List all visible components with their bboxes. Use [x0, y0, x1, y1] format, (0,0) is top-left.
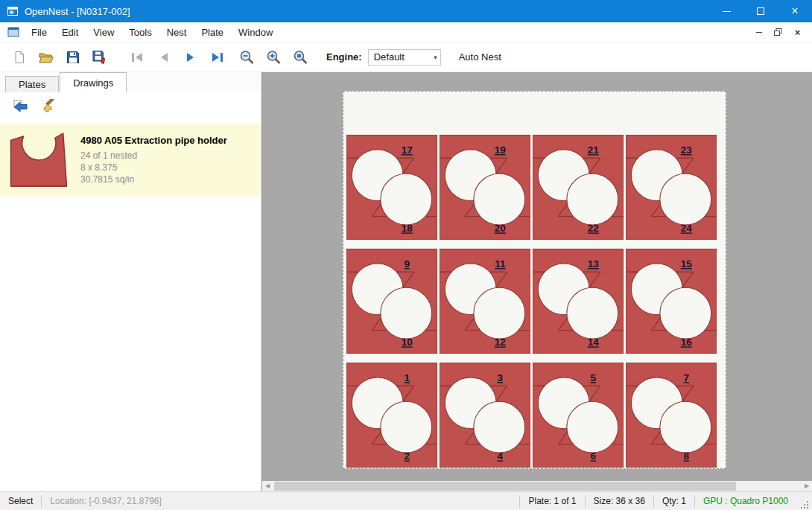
part-notch [567, 287, 618, 339]
menu-nest[interactable]: Nest [159, 23, 194, 42]
chevron-down-icon: ▾ [434, 54, 437, 61]
part-number: 9 [405, 258, 410, 270]
go-first-button[interactable] [124, 45, 150, 69]
clear-button[interactable] [37, 97, 60, 116]
go-last-button[interactable] [204, 45, 231, 69]
go-previous-button[interactable] [150, 45, 177, 69]
part-row: 12345678 [346, 363, 723, 468]
menubar: File Edit View Tools Nest Plate Window × [0, 22, 812, 42]
app-icon [7, 5, 19, 17]
nested-part-pair: 56 [533, 363, 624, 468]
auto-nest-button[interactable]: Auto Nest [454, 48, 506, 66]
nested-part-pair: 1314 [533, 249, 624, 354]
scrollbar-thumb[interactable] [274, 482, 736, 491]
part-notch [474, 287, 525, 339]
save-edit-button[interactable] [86, 45, 113, 69]
go-previous-icon [156, 51, 171, 63]
save-edit-icon [92, 50, 107, 64]
part-notch [474, 401, 525, 453]
part-number: 1 [405, 372, 410, 383]
drawing-title: 4980 A05 Extraction pipe holder [80, 135, 227, 146]
tab-plates[interactable]: Plates [5, 76, 59, 92]
nested-part-pair: 2122 [533, 135, 624, 240]
part-number: 3 [498, 372, 504, 383]
part-number: 11 [495, 258, 506, 270]
nested-part-pair: 12 [346, 363, 437, 468]
zoom-in-button[interactable] [261, 45, 288, 69]
mdi-restore-button[interactable] [770, 25, 787, 39]
drawing-list-item[interactable]: 4980 A05 Extraction pipe holder 24 of 1 … [0, 124, 261, 197]
part-number: 17 [402, 144, 413, 156]
statusbar: Select Location: [-0.9437, 21.8796] Plat… [0, 491, 812, 510]
status-gpu: GPU : Quadro P1000 [695, 496, 796, 506]
part-number: 16 [681, 337, 693, 348]
engine-select[interactable]: Default ▾ [368, 49, 441, 66]
window-title: OpenNest - [N0317-002] [25, 6, 130, 17]
zoom-in-icon [266, 50, 282, 65]
menu-window[interactable]: Window [231, 23, 280, 42]
arrow-left-icon [12, 99, 28, 114]
open-button[interactable] [33, 45, 60, 69]
menu-plate[interactable]: Plate [194, 23, 231, 42]
part-number: 13 [588, 258, 600, 270]
nested-part-pair: 34 [440, 363, 530, 468]
part-number: 2 [405, 450, 410, 462]
resize-grip[interactable] [799, 500, 810, 510]
scroll-right-icon: ▶ [802, 481, 812, 491]
titlebar[interactable]: OpenNest - [N0317-002] × [0, 0, 812, 22]
save-icon [66, 51, 80, 64]
drawing-area: 30.7815 sq/in [80, 173, 227, 185]
save-button[interactable] [60, 45, 86, 69]
mdi-minimize-button[interactable] [750, 25, 767, 39]
tabstrip: Plates Drawings [0, 72, 261, 92]
part-notch [474, 173, 525, 225]
tab-drawings[interactable]: Drawings [60, 72, 127, 92]
go-last-icon [210, 51, 225, 63]
part-notch [660, 401, 711, 453]
minimize-button[interactable] [709, 0, 743, 22]
go-first-icon [130, 51, 145, 63]
engine-value: Default [374, 51, 405, 63]
zoom-out-button[interactable] [234, 45, 261, 69]
go-next-button[interactable] [177, 45, 204, 69]
open-folder-icon [39, 51, 54, 64]
document-icon[interactable] [7, 27, 19, 37]
part-notch [381, 401, 432, 453]
part-number: 5 [591, 372, 597, 383]
menu-tools[interactable]: Tools [121, 23, 159, 42]
part-number: 21 [588, 144, 600, 156]
scroll-left-icon: ◀ [262, 481, 273, 491]
part-notch [660, 287, 711, 339]
new-icon [13, 51, 26, 64]
horizontal-scrollbar[interactable]: ◀ ▶ [262, 481, 812, 491]
part-row: 1718192021222324 [346, 135, 723, 240]
menu-file[interactable]: File [24, 23, 54, 42]
minimize-icon [723, 11, 731, 12]
part-notch [567, 401, 618, 453]
part-number: 18 [402, 223, 413, 234]
mdi-close-icon: × [795, 27, 801, 38]
nesting-canvas[interactable]: 171819202122232491011121314151612345678 … [262, 72, 812, 491]
menu-edit[interactable]: Edit [54, 23, 86, 42]
maximize-icon [757, 7, 764, 15]
menu-view[interactable]: View [86, 23, 121, 42]
part-number: 4 [498, 450, 504, 462]
close-button[interactable]: × [778, 0, 812, 22]
maximize-button[interactable] [743, 0, 778, 22]
plate[interactable]: 171819202122232491011121314151612345678 [343, 91, 726, 469]
engine-label: Engine: [326, 51, 362, 63]
nested-part-pair: 1718 [346, 135, 437, 240]
part-number: 19 [495, 144, 507, 156]
part-number: 14 [588, 337, 600, 348]
status-size: Size: 36 x 36 [586, 496, 653, 506]
drawing-nested-count: 24 of 1 nested [80, 150, 227, 162]
mdi-minimize-icon [756, 32, 762, 33]
part-number: 10 [402, 337, 413, 348]
zoom-fit-icon [293, 50, 309, 65]
zoom-fit-button[interactable] [288, 45, 314, 69]
nested-part-pair: 1112 [440, 249, 530, 354]
replace-part-button[interactable] [9, 97, 31, 116]
drawing-dimensions: 8 x 8.375 [80, 162, 227, 173]
new-button[interactable] [6, 45, 33, 69]
mdi-close-button[interactable]: × [789, 25, 806, 39]
